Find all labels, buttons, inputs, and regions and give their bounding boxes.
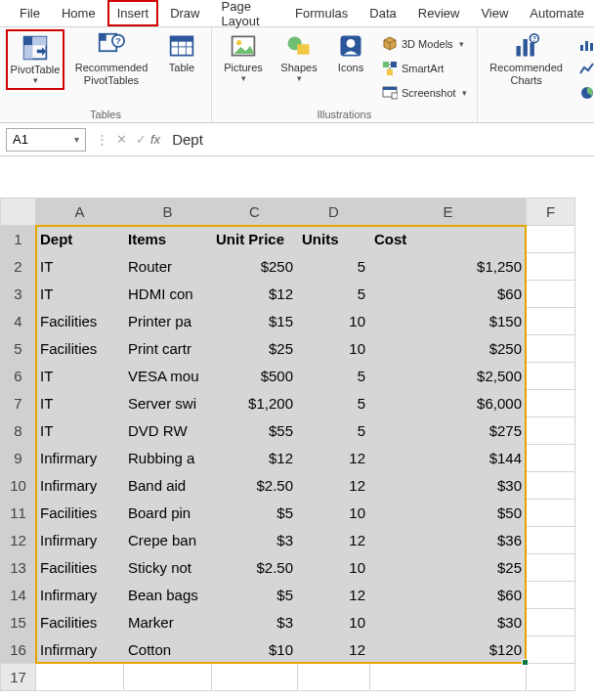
cell-F8[interactable]	[527, 417, 575, 445]
row-header-5[interactable]: 5	[1, 335, 36, 363]
name-box[interactable]: A1 ▾	[6, 128, 86, 152]
cell-E2[interactable]: $1,250	[370, 253, 527, 281]
col-header-B[interactable]: B	[124, 198, 212, 226]
cell-C13[interactable]: $2.50	[212, 554, 298, 582]
row-header-4[interactable]: 4	[1, 308, 36, 335]
fx-icon[interactable]: fx	[150, 132, 160, 147]
cell-E6[interactable]: $2,500	[370, 363, 527, 390]
tab-file[interactable]: File	[10, 2, 50, 24]
cancel-button[interactable]: ✕	[111, 128, 131, 152]
cell-A2[interactable]: IT	[36, 253, 124, 281]
cell-A3[interactable]: IT	[36, 281, 124, 308]
row-header-3[interactable]: 3	[1, 281, 36, 308]
cell-B3[interactable]: HDMI con	[124, 281, 212, 308]
cell-F17[interactable]	[527, 664, 575, 691]
cell-D11[interactable]: 10	[298, 500, 370, 527]
cell-C12[interactable]: $3	[212, 527, 298, 554]
cell-C9[interactable]: $12	[212, 445, 298, 472]
cell-E9[interactable]: $144	[370, 445, 527, 472]
cell-C10[interactable]: $2.50	[212, 472, 298, 500]
cell-B11[interactable]: Board pin	[124, 500, 212, 527]
col-header-C[interactable]: C	[212, 198, 298, 226]
cell-D14[interactable]: 12	[298, 582, 370, 609]
col-header-D[interactable]: D	[298, 198, 370, 226]
cell-A17[interactable]	[36, 664, 124, 691]
cell-A8[interactable]: IT	[36, 417, 124, 445]
cell-C7[interactable]: $1,200	[212, 390, 298, 417]
cell-F4[interactable]	[527, 308, 575, 335]
recommended-charts-button[interactable]: ? Recommended Charts	[484, 29, 570, 89]
cell-F12[interactable]	[527, 527, 575, 554]
3d-models-button[interactable]: 3D Models ▾	[378, 33, 471, 55]
cell-A15[interactable]: Facilities	[36, 609, 124, 636]
cell-E7[interactable]: $6,000	[370, 390, 527, 417]
row-header-11[interactable]: 11	[1, 500, 36, 527]
cell-B9[interactable]: Rubbing a	[124, 445, 212, 472]
cell-A6[interactable]: IT	[36, 363, 124, 390]
cell-C6[interactable]: $500	[212, 363, 298, 390]
cell-A5[interactable]: Facilities	[36, 335, 124, 363]
tab-home[interactable]: Home	[52, 2, 106, 24]
cell-D4[interactable]: 10	[298, 308, 370, 335]
cell-E15[interactable]: $30	[370, 609, 527, 636]
smartart-button[interactable]: SmartArt	[378, 58, 471, 79]
cell-F1[interactable]	[527, 226, 575, 253]
cell-C3[interactable]: $12	[212, 281, 298, 308]
spreadsheet[interactable]: ABCDEF1DeptItemsUnit PriceUnitsCost2ITRo…	[0, 197, 575, 691]
cell-D10[interactable]: 12	[298, 472, 370, 500]
tab-data[interactable]: Data	[360, 2, 405, 24]
cell-D5[interactable]: 10	[298, 335, 370, 363]
cell-D13[interactable]: 10	[298, 554, 370, 582]
cell-D7[interactable]: 5	[298, 390, 370, 417]
cell-C14[interactable]: $5	[212, 582, 298, 609]
col-header-F[interactable]: F	[527, 198, 575, 226]
row-header-6[interactable]: 6	[1, 363, 36, 390]
cell-B6[interactable]: VESA mou	[124, 363, 212, 390]
cell-F10[interactable]	[527, 472, 575, 500]
cell-D1[interactable]: Units	[298, 226, 370, 253]
cell-A1[interactable]: Dept	[36, 226, 124, 253]
cell-F13[interactable]	[527, 554, 575, 582]
cell-C2[interactable]: $250	[212, 253, 298, 281]
cell-C16[interactable]: $10	[212, 636, 298, 664]
pictures-button[interactable]: Pictures ▾	[218, 29, 269, 86]
row-header-16[interactable]: 16	[1, 636, 36, 664]
cell-B1[interactable]: Items	[124, 226, 212, 253]
cell-A9[interactable]: Infirmary	[36, 445, 124, 472]
chart-type-1-button[interactable]: ▾	[575, 33, 594, 55]
cell-F15[interactable]	[527, 609, 575, 636]
cell-B15[interactable]: Marker	[124, 609, 212, 636]
cell-E16[interactable]: $120	[370, 636, 527, 664]
select-all-corner[interactable]	[1, 198, 36, 226]
row-header-14[interactable]: 14	[1, 582, 36, 609]
cell-A16[interactable]: Infirmary	[36, 636, 124, 664]
cell-E5[interactable]: $250	[370, 335, 527, 363]
cell-B4[interactable]: Printer pa	[124, 308, 212, 335]
cell-F2[interactable]	[527, 253, 575, 281]
row-header-17[interactable]: 17	[1, 664, 36, 691]
tab-review[interactable]: Review	[408, 2, 470, 24]
shapes-button[interactable]: Shapes ▾	[275, 29, 323, 86]
tab-draw[interactable]: Draw	[160, 2, 209, 24]
cell-B13[interactable]: Sticky not	[124, 554, 212, 582]
cell-C15[interactable]: $3	[212, 609, 298, 636]
cell-B17[interactable]	[124, 664, 212, 691]
cell-F11[interactable]	[527, 500, 575, 527]
cell-E17[interactable]	[370, 664, 527, 691]
chart-type-2-button[interactable]: ▾	[575, 58, 594, 79]
cell-C4[interactable]: $15	[212, 308, 298, 335]
row-header-9[interactable]: 9	[1, 445, 36, 472]
tab-automate[interactable]: Automate	[520, 2, 594, 24]
row-header-1[interactable]: 1	[1, 226, 36, 253]
cell-E4[interactable]: $150	[370, 308, 527, 335]
cell-F7[interactable]	[527, 390, 575, 417]
row-header-12[interactable]: 12	[1, 527, 36, 554]
tab-insert[interactable]: Insert	[107, 0, 159, 26]
row-header-8[interactable]: 8	[1, 417, 36, 445]
cell-D12[interactable]: 12	[298, 527, 370, 554]
cell-C1[interactable]: Unit Price	[212, 226, 298, 253]
cell-B5[interactable]: Print cartr	[124, 335, 212, 363]
cell-A11[interactable]: Facilities	[36, 500, 124, 527]
row-header-7[interactable]: 7	[1, 390, 36, 417]
cell-C11[interactable]: $5	[212, 500, 298, 527]
